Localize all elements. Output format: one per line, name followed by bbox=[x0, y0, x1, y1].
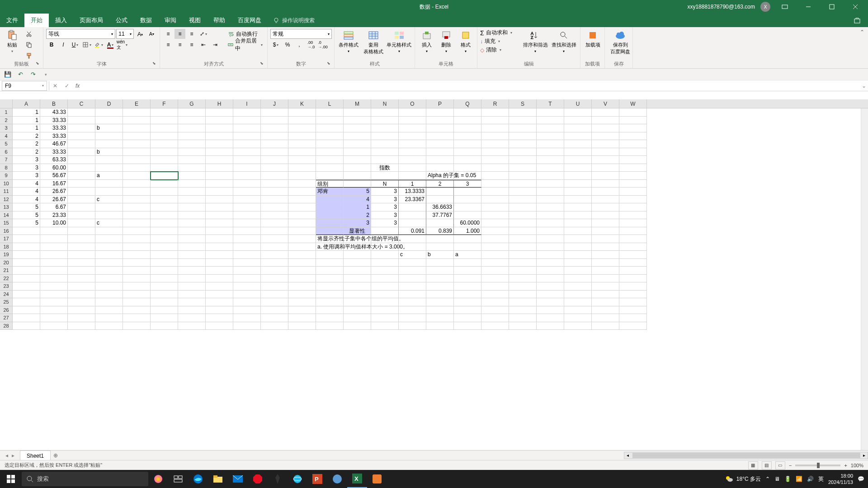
cell[interactable]: 3 bbox=[13, 164, 40, 172]
cell[interactable] bbox=[509, 140, 537, 148]
cell[interactable] bbox=[68, 180, 95, 188]
row-header[interactable]: 28 bbox=[0, 322, 13, 330]
cell[interactable] bbox=[371, 322, 399, 330]
cell[interactable] bbox=[123, 117, 151, 125]
cell[interactable] bbox=[261, 180, 288, 188]
cell[interactable] bbox=[619, 227, 647, 235]
cell[interactable] bbox=[592, 227, 619, 235]
cell[interactable] bbox=[481, 108, 509, 117]
cell[interactable] bbox=[619, 124, 647, 132]
cell[interactable] bbox=[40, 235, 68, 243]
cell[interactable]: 10.00 bbox=[40, 219, 68, 227]
cell[interactable] bbox=[316, 259, 344, 267]
cell[interactable] bbox=[344, 235, 371, 243]
cell[interactable] bbox=[68, 291, 95, 299]
column-header[interactable]: V bbox=[592, 99, 619, 108]
cell[interactable] bbox=[288, 267, 316, 275]
cell[interactable] bbox=[95, 211, 123, 220]
cell[interactable] bbox=[564, 291, 592, 299]
clear-button[interactable]: ◇清除 bbox=[480, 46, 520, 54]
cell[interactable] bbox=[592, 306, 619, 314]
border-button[interactable] bbox=[81, 40, 92, 50]
cell[interactable] bbox=[564, 322, 592, 330]
cell[interactable] bbox=[206, 306, 233, 314]
cell[interactable] bbox=[206, 148, 233, 156]
cell[interactable] bbox=[426, 291, 454, 299]
cell[interactable]: 1 bbox=[13, 117, 40, 125]
cell[interactable] bbox=[344, 298, 371, 306]
cell[interactable] bbox=[371, 259, 399, 267]
cell[interactable] bbox=[261, 267, 288, 275]
cell[interactable] bbox=[233, 108, 261, 117]
cell[interactable] bbox=[619, 172, 647, 180]
cell[interactable] bbox=[288, 180, 316, 188]
cell[interactable] bbox=[151, 108, 178, 117]
cell[interactable] bbox=[454, 140, 481, 148]
tray-wifi-icon[interactable]: 📶 bbox=[796, 476, 802, 482]
cell[interactable] bbox=[537, 282, 564, 291]
cell[interactable] bbox=[537, 124, 564, 132]
cell[interactable]: 3 bbox=[371, 188, 399, 196]
tab-data[interactable]: 数据 bbox=[134, 14, 158, 27]
cell[interactable] bbox=[454, 314, 481, 322]
cell[interactable] bbox=[40, 267, 68, 275]
column-header[interactable]: O bbox=[399, 99, 426, 108]
autosum-button[interactable]: Σ自动求和 bbox=[480, 29, 520, 37]
column-header[interactable]: U bbox=[564, 99, 592, 108]
cell[interactable] bbox=[151, 275, 178, 283]
cell[interactable] bbox=[481, 188, 509, 196]
cell[interactable] bbox=[537, 314, 564, 322]
cell[interactable] bbox=[288, 148, 316, 156]
cell[interactable] bbox=[454, 306, 481, 314]
cell[interactable] bbox=[316, 306, 344, 314]
cell[interactable] bbox=[481, 227, 509, 235]
name-box[interactable]: F9▾ bbox=[2, 81, 47, 91]
cell[interactable] bbox=[178, 219, 206, 227]
cell[interactable] bbox=[619, 156, 647, 164]
cell[interactable]: 邓肯 bbox=[316, 188, 344, 196]
cell[interactable] bbox=[233, 275, 261, 283]
cell[interactable]: 1 bbox=[344, 203, 371, 211]
merge-center-button[interactable]: 合并后居中 bbox=[226, 40, 264, 50]
cell[interactable] bbox=[537, 243, 564, 251]
cell[interactable] bbox=[344, 124, 371, 132]
cell[interactable] bbox=[371, 314, 399, 322]
cell[interactable] bbox=[509, 148, 537, 156]
collapse-ribbon-icon[interactable]: ⌃ bbox=[856, 27, 868, 68]
cell[interactable] bbox=[206, 124, 233, 132]
cell[interactable] bbox=[509, 322, 537, 330]
column-header[interactable]: P bbox=[426, 99, 454, 108]
cell[interactable] bbox=[95, 227, 123, 235]
alignment-launcher[interactable]: ⬊ bbox=[260, 61, 265, 66]
cell[interactable] bbox=[288, 203, 316, 211]
tab-insert[interactable]: 插入 bbox=[49, 14, 73, 27]
cell[interactable] bbox=[316, 267, 344, 275]
cell[interactable] bbox=[509, 306, 537, 314]
cell[interactable] bbox=[509, 282, 537, 291]
cell[interactable] bbox=[316, 282, 344, 291]
cell[interactable] bbox=[344, 148, 371, 156]
cell[interactable] bbox=[233, 314, 261, 322]
cell[interactable]: 26.67 bbox=[40, 188, 68, 196]
cell[interactable] bbox=[206, 219, 233, 227]
row-header[interactable]: 10 bbox=[0, 180, 13, 188]
cell[interactable] bbox=[123, 203, 151, 211]
row-header[interactable]: 13 bbox=[0, 203, 13, 211]
cell[interactable] bbox=[344, 282, 371, 291]
cell[interactable] bbox=[261, 203, 288, 211]
cell[interactable] bbox=[619, 298, 647, 306]
cell[interactable] bbox=[288, 156, 316, 164]
cell[interactable] bbox=[288, 172, 316, 180]
cell[interactable]: 3 bbox=[371, 196, 399, 204]
cell[interactable]: 1 bbox=[13, 124, 40, 132]
cell[interactable]: 5 bbox=[13, 211, 40, 220]
cell[interactable] bbox=[123, 140, 151, 148]
align-top-button[interactable]: ≡ bbox=[163, 29, 174, 39]
tab-file[interactable]: 文件 bbox=[0, 14, 24, 27]
cell[interactable] bbox=[123, 251, 151, 259]
cell[interactable] bbox=[316, 117, 344, 125]
cell[interactable] bbox=[399, 172, 426, 180]
cell[interactable] bbox=[592, 282, 619, 291]
phonetic-button[interactable]: wén文 bbox=[117, 40, 127, 50]
cell[interactable] bbox=[206, 140, 233, 148]
